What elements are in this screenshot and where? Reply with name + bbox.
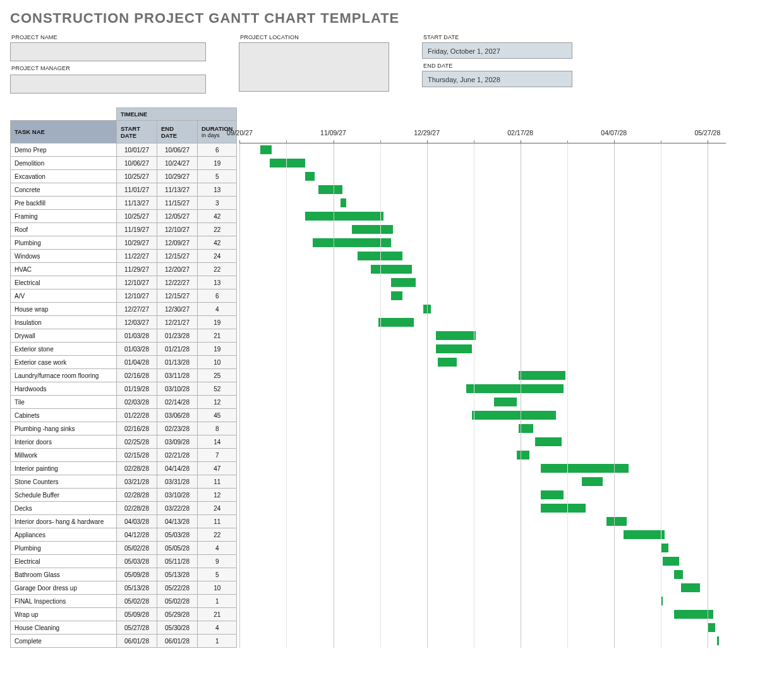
table-row[interactable]: Laundry/furnace room flooring02/16/2803/… [11,369,237,382]
gantt-bar[interactable] [270,159,305,167]
task-end-cell[interactable]: 01/13/28 [157,356,198,369]
task-name-cell[interactable]: Interior painting [11,462,117,475]
task-end-cell[interactable]: 11/13/27 [157,183,198,197]
table-row[interactable]: Wrap up05/09/2805/29/2821 [11,608,237,621]
task-start-cell[interactable]: 03/21/28 [117,475,157,489]
task-dur-cell[interactable]: 19 [198,157,237,170]
task-start-cell[interactable]: 01/04/28 [117,356,157,369]
task-name-cell[interactable]: Wrap up [11,608,117,621]
task-name-cell[interactable]: Framing [11,210,117,223]
task-end-cell[interactable]: 03/06/28 [157,409,198,422]
task-end-cell[interactable]: 03/09/28 [157,435,198,449]
task-name-cell[interactable]: Electrical [11,276,117,289]
task-end-cell[interactable]: 10/24/27 [157,157,198,170]
task-start-cell[interactable]: 11/22/27 [117,250,157,263]
table-row[interactable]: Plumbing05/02/2805/05/284 [11,542,237,555]
task-end-cell[interactable]: 12/10/27 [157,223,198,236]
task-dur-cell[interactable]: 7 [198,449,237,462]
task-end-cell[interactable]: 10/06/27 [157,143,198,157]
task-name-cell[interactable]: Demo Prep [11,143,117,157]
task-start-cell[interactable]: 05/09/28 [117,608,157,621]
table-row[interactable]: Plumbing -hang sinks02/16/2802/23/288 [11,422,237,435]
gantt-bar[interactable] [661,544,668,552]
task-start-cell[interactable]: 01/22/28 [117,409,157,422]
table-row[interactable]: Insulation12/03/2712/21/2719 [11,316,237,329]
task-name-cell[interactable]: Excavation [11,170,117,183]
task-name-cell[interactable]: Concrete [11,183,117,197]
task-name-cell[interactable]: Pre backfill [11,197,117,210]
task-name-cell[interactable]: Complete [11,635,117,648]
task-start-cell[interactable]: 10/06/27 [117,157,157,170]
task-dur-cell[interactable]: 9 [198,555,237,568]
task-start-cell[interactable]: 12/27/27 [117,303,157,316]
table-row[interactable]: A/V12/10/2712/15/276 [11,289,237,303]
table-row[interactable]: FINAL Inspections05/02/2805/02/281 [11,595,237,608]
task-name-cell[interactable]: Garage Door dress up [11,581,117,595]
gantt-bar[interactable] [663,557,680,566]
table-row[interactable]: Windows11/22/2712/15/2724 [11,250,237,263]
task-start-cell[interactable]: 12/10/27 [117,276,157,289]
task-name-cell[interactable]: Laundry/furnace room flooring [11,369,117,382]
task-start-cell[interactable]: 01/19/28 [117,382,157,396]
task-table[interactable]: TIMELINE TASK NAE START DATE END DATE DU… [10,107,237,648]
task-dur-cell[interactable]: 6 [198,143,237,157]
gantt-bar[interactable] [260,145,272,154]
table-row[interactable]: Electrical12/10/2712/22/2713 [11,276,237,289]
task-start-cell[interactable]: 10/25/27 [117,210,157,223]
task-end-cell[interactable]: 04/13/28 [157,515,198,528]
table-row[interactable]: Schedule Buffer02/28/2803/10/2812 [11,489,237,502]
task-end-cell[interactable]: 12/20/27 [157,263,198,276]
task-name-cell[interactable]: FINAL Inspections [11,595,117,608]
task-end-cell[interactable]: 05/29/28 [157,608,198,621]
task-end-cell[interactable]: 12/09/27 [157,236,198,250]
table-row[interactable]: Demolition10/06/2710/24/2719 [11,157,237,170]
task-end-cell[interactable]: 05/30/28 [157,621,198,635]
table-row[interactable]: House Cleaning05/27/2805/30/284 [11,621,237,635]
table-row[interactable]: Exterior case work01/04/2801/13/2810 [11,356,237,369]
task-name-cell[interactable]: Decks [11,502,117,515]
task-dur-cell[interactable]: 3 [198,197,237,210]
gantt-bar[interactable] [391,278,416,287]
gantt-bar[interactable] [318,185,343,194]
task-dur-cell[interactable]: 52 [198,382,237,396]
task-end-cell[interactable]: 01/21/28 [157,343,198,356]
task-dur-cell[interactable]: 19 [198,343,237,356]
gantt-bar[interactable] [582,477,603,486]
task-dur-cell[interactable]: 21 [198,329,237,343]
task-name-cell[interactable]: Insulation [11,316,117,329]
table-row[interactable]: Complete06/01/2806/01/281 [11,635,237,648]
project-manager-input[interactable] [10,75,206,94]
table-row[interactable]: Plumbing10/29/2712/09/2742 [11,236,237,250]
task-end-cell[interactable]: 05/02/28 [157,595,198,608]
task-start-cell[interactable]: 11/01/27 [117,183,157,197]
task-start-cell[interactable]: 11/29/27 [117,263,157,276]
task-dur-cell[interactable]: 47 [198,462,237,475]
task-dur-cell[interactable]: 5 [198,568,237,581]
table-row[interactable]: Framing10/25/2712/05/2742 [11,210,237,223]
task-dur-cell[interactable]: 10 [198,356,237,369]
table-row[interactable]: Drywall01/03/2801/23/2821 [11,329,237,343]
gantt-bar[interactable] [305,212,383,221]
task-start-cell[interactable]: 04/03/28 [117,515,157,528]
table-row[interactable]: Garage Door dress up05/13/2805/22/2810 [11,581,237,595]
gantt-bar[interactable] [391,291,402,300]
table-row[interactable]: Electrical05/03/2805/11/289 [11,555,237,568]
gantt-bar[interactable] [517,451,530,459]
task-dur-cell[interactable]: 12 [198,489,237,502]
gantt-bar[interactable] [378,318,414,327]
task-end-cell[interactable]: 05/03/28 [157,528,198,542]
task-start-cell[interactable]: 02/16/28 [117,369,157,382]
table-row[interactable]: Interior doors02/25/2803/09/2814 [11,435,237,449]
gantt-bar[interactable] [305,172,315,181]
task-dur-cell[interactable]: 1 [198,595,237,608]
task-end-cell[interactable]: 02/14/28 [157,396,198,409]
task-name-cell[interactable]: Windows [11,250,117,263]
task-end-cell[interactable]: 05/13/28 [157,568,198,581]
task-end-cell[interactable]: 02/23/28 [157,422,198,435]
task-start-cell[interactable]: 02/03/28 [117,396,157,409]
gantt-bar[interactable] [436,344,471,353]
task-start-cell[interactable]: 02/15/28 [117,449,157,462]
table-row[interactable]: Interior doors- hang & hardware04/03/280… [11,515,237,528]
task-start-cell[interactable]: 11/13/27 [117,197,157,210]
task-dur-cell[interactable]: 12 [198,396,237,409]
